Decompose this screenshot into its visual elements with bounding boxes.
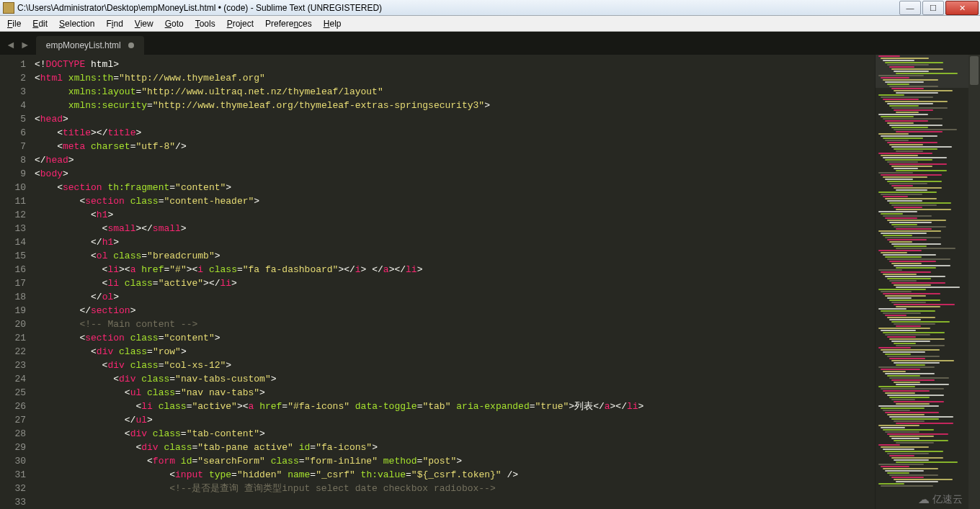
menu-bar: File Edit Selection Find View Goto Tools…	[0, 16, 980, 32]
menu-edit[interactable]: Edit	[27, 17, 53, 30]
menu-selection[interactable]: Selection	[53, 17, 100, 30]
tab-bar: ◄ ► empMoneyList.html	[0, 32, 980, 55]
watermark: ☁ 亿速云	[918, 492, 963, 506]
menu-goto[interactable]: Goto	[159, 17, 190, 30]
tab-empmoneylist[interactable]: empMoneyList.html	[36, 36, 144, 55]
tab-nav-arrows: ◄ ►	[1, 39, 36, 55]
scrollbar-thumb[interactable]	[970, 56, 979, 85]
watermark-text: 亿速云	[932, 493, 963, 506]
menu-view[interactable]: View	[129, 17, 159, 30]
menu-find[interactable]: Find	[100, 17, 128, 30]
menu-tools[interactable]: Tools	[190, 17, 221, 30]
watermark-icon: ☁	[918, 492, 930, 506]
vertical-scrollbar[interactable]	[968, 55, 980, 509]
code-content[interactable]: <!DOCTYPE html><html xmlns:th="http://ww…	[35, 55, 875, 509]
nav-fwd-icon[interactable]: ►	[20, 39, 30, 50]
window-title: C:\Users\Administrator\Desktop\empMoneyL…	[17, 3, 980, 13]
menu-project[interactable]: Project	[221, 17, 259, 30]
tab-label: empMoneyList.html	[46, 40, 121, 50]
minimap[interactable]	[875, 55, 968, 509]
menu-file[interactable]: File	[1, 17, 27, 30]
close-button[interactable]: ✕	[945, 1, 979, 15]
app-icon	[3, 2, 14, 14]
dirty-indicator-icon	[128, 42, 134, 48]
maximize-button[interactable]: ☐	[922, 1, 944, 15]
window-controls: — ☐ ✕	[898, 1, 979, 15]
minimize-button[interactable]: —	[899, 1, 921, 15]
nav-back-icon[interactable]: ◄	[6, 39, 16, 50]
menu-preferences[interactable]: Preferences	[259, 17, 318, 30]
editor-area: 1234567891011121314151617181920212223242…	[0, 55, 980, 509]
window-titlebar: C:\Users\Administrator\Desktop\empMoneyL…	[0, 0, 980, 16]
line-number-gutter: 1234567891011121314151617181920212223242…	[0, 55, 35, 509]
menu-help[interactable]: Help	[318, 17, 347, 30]
